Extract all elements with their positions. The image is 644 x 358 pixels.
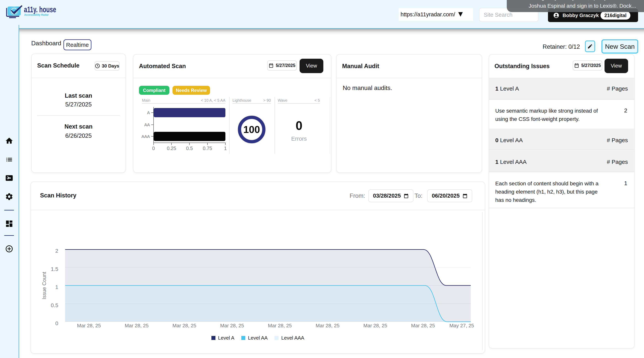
svg-text:A: A	[147, 110, 150, 115]
svg-text:0.5: 0.5	[186, 146, 193, 150]
svg-text:100: 100	[244, 124, 260, 135]
svg-text:0: 0	[152, 146, 155, 150]
svg-text:0.25: 0.25	[167, 146, 176, 150]
svg-text:AA: AA	[144, 122, 150, 127]
svg-text:AAA: AAA	[142, 134, 150, 139]
svg-text:a11y. house: a11y. house	[24, 5, 56, 14]
svg-text:Accessibility Radar: Accessibility Radar	[24, 13, 49, 16]
svg-text:1: 1	[224, 146, 227, 150]
svg-text:0.75: 0.75	[203, 146, 212, 150]
